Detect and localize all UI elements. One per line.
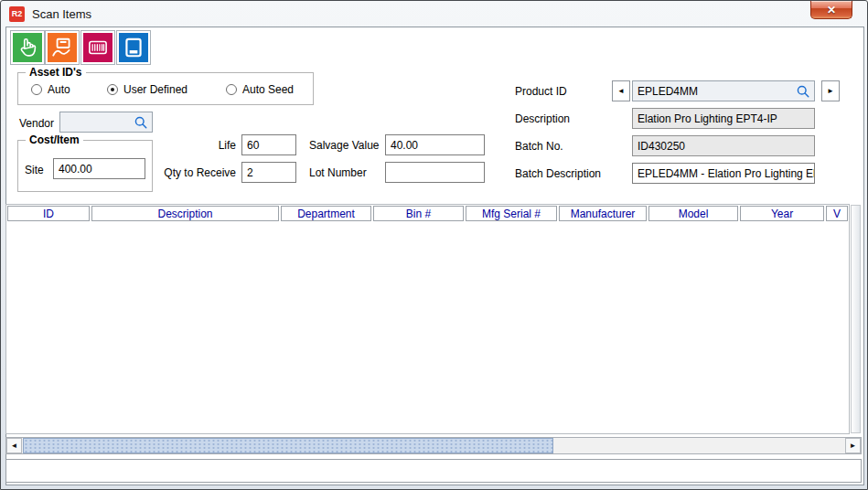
- product-id-input[interactable]: EPLED4MM: [632, 80, 815, 101]
- site-input[interactable]: 400.00: [53, 158, 145, 179]
- batch-description-input[interactable]: EPLED4MM - Elation Pro Lighting El: [632, 163, 815, 184]
- chevron-right-icon: ►: [827, 87, 834, 95]
- scan-items-window: R2 Scan Items ✕: [0, 0, 868, 490]
- receive-items-button[interactable]: [45, 30, 80, 65]
- radio-user-defined-label: User Defined: [123, 83, 188, 96]
- radio-circle-icon: [107, 84, 118, 95]
- window-title: Scan Items: [32, 7, 91, 21]
- horizontal-scrollbar[interactable]: ◄ ►: [5, 437, 862, 454]
- site-value: 400.00: [59, 163, 92, 176]
- vendor-label: Vendor: [19, 117, 54, 130]
- status-box: [5, 459, 862, 483]
- next-product-button[interactable]: ►: [821, 80, 840, 101]
- arrow-left-icon: ◄: [11, 442, 18, 450]
- title-bar[interactable]: R2 Scan Items ✕: [1, 1, 867, 27]
- life-value: 60: [247, 139, 259, 152]
- items-grid: IDDescriptionDepartmentBin #Mfg Serial #…: [5, 204, 850, 434]
- asset-ids-group: Asset ID's Auto User Defined Auto Seed: [17, 72, 314, 105]
- lot-number-input[interactable]: [385, 162, 485, 183]
- lot-number-label: Lot Number: [309, 166, 367, 179]
- column-header-manufacturer[interactable]: Manufacturer: [559, 206, 647, 221]
- batch-no-field: ID430250: [632, 135, 815, 156]
- batch-description-label: Batch Description: [515, 167, 601, 180]
- vendor-input[interactable]: [59, 112, 153, 133]
- product-id-value: EPLED4MM: [638, 85, 698, 98]
- close-icon: ✕: [827, 5, 836, 16]
- qty-to-receive-label: Qty to Receive: [145, 166, 236, 179]
- select-tool-button[interactable]: [10, 30, 45, 65]
- radio-auto-label: Auto: [48, 83, 70, 96]
- salvage-value-label: Salvage Value: [309, 139, 380, 152]
- hand-pointer-icon: [13, 33, 42, 62]
- site-label: Site: [25, 164, 44, 176]
- description-field: Elation Pro Lighting EPT4-IP: [632, 108, 815, 129]
- barcode-icon: [83, 33, 113, 62]
- column-header-department[interactable]: Department: [281, 206, 371, 221]
- description-value: Elation Pro Lighting EPT4-IP: [638, 112, 777, 125]
- radio-circle-icon: [31, 84, 42, 95]
- life-label: Life: [145, 139, 236, 152]
- search-icon[interactable]: [795, 83, 811, 100]
- column-header-year[interactable]: Year: [740, 206, 824, 221]
- r2-app-icon: R2: [9, 6, 25, 22]
- radio-user-defined[interactable]: User Defined: [107, 83, 188, 96]
- receive-package-icon: [48, 33, 77, 62]
- column-header-description[interactable]: Description: [91, 206, 279, 221]
- radio-auto-seed-label: Auto Seed: [242, 83, 294, 96]
- radio-circle-icon: [226, 84, 237, 95]
- life-input[interactable]: 60: [241, 134, 296, 155]
- description-label: Description: [515, 112, 570, 125]
- column-header-bin-[interactable]: Bin #: [373, 206, 464, 221]
- chevron-left-icon: ◄: [617, 87, 625, 95]
- barcode-button[interactable]: [80, 30, 115, 65]
- vertical-scrollbar[interactable]: [851, 205, 861, 433]
- salvage-value-input[interactable]: 40.00: [385, 134, 485, 155]
- book-icon: [119, 33, 148, 62]
- scroll-left-button[interactable]: ◄: [6, 438, 22, 453]
- qty-to-receive-value: 2: [247, 166, 253, 179]
- catalog-button[interactable]: [116, 30, 151, 65]
- column-header-id[interactable]: ID: [7, 206, 90, 221]
- grid-header: IDDescriptionDepartmentBin #Mfg Serial #…: [6, 205, 849, 222]
- radio-auto[interactable]: Auto: [31, 83, 70, 96]
- asset-ids-legend: Asset ID's: [26, 66, 86, 79]
- arrow-right-icon: ►: [850, 442, 857, 450]
- batch-description-value: EPLED4MM - Elation Pro Lighting El: [638, 167, 815, 180]
- previous-product-button[interactable]: ◄: [612, 80, 630, 101]
- batch-no-label: Batch No.: [515, 140, 563, 153]
- grid-body[interactable]: [6, 224, 849, 433]
- close-button[interactable]: ✕: [810, 1, 852, 19]
- product-id-label: Product ID: [515, 85, 567, 98]
- scroll-right-button[interactable]: ►: [845, 438, 861, 453]
- column-header-model[interactable]: Model: [648, 206, 738, 221]
- search-icon[interactable]: [133, 114, 149, 131]
- batch-no-value: ID430250: [638, 140, 685, 153]
- qty-to-receive-input[interactable]: 2: [241, 162, 296, 183]
- column-header-v[interactable]: V: [826, 206, 848, 221]
- horizontal-scrollbar-thumb[interactable]: [23, 438, 553, 453]
- salvage-value-value: 40.00: [391, 139, 418, 152]
- column-header-mfg-serial-[interactable]: Mfg Serial #: [466, 206, 557, 221]
- radio-auto-seed[interactable]: Auto Seed: [226, 83, 294, 96]
- cost-item-legend: Cost/Item: [26, 133, 83, 146]
